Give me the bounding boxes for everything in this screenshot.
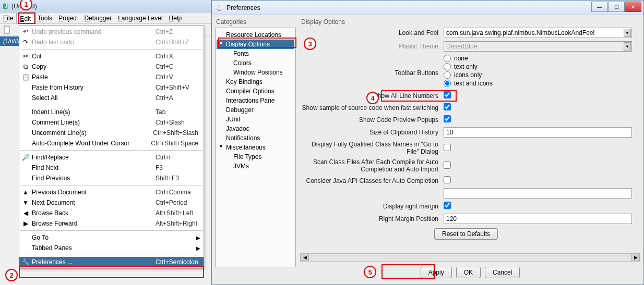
submenu-arrow-icon: ▶ — [196, 245, 200, 251]
label-show-popups: Show Code Preview Popups — [300, 116, 444, 123]
separator — [20, 150, 202, 151]
radio-text-only[interactable]: text only — [444, 63, 632, 70]
tree-colors[interactable]: Colors — [217, 58, 294, 68]
menu-goto[interactable]: Go To▶ — [19, 232, 204, 243]
consider-checkbox[interactable] — [444, 176, 451, 183]
toolbar-buttons-group: none text only icons only text and icons — [444, 55, 632, 88]
label-fqcn: Display Fully Qualified Class Names in "… — [300, 141, 444, 155]
new-file-icon[interactable] — [3, 26, 11, 34]
right-margin-checkbox[interactable] — [444, 202, 451, 209]
combo-caret-icon: ▼ — [624, 42, 631, 51]
menu-find[interactable]: 🔎Find/ReplaceCtrl+F — [19, 152, 204, 163]
svg-text:J: J — [4, 3, 7, 9]
chevron-up-icon: ▲ — [21, 188, 30, 196]
menu-prev-doc[interactable]: ▲Previous DocumentCtrl+Comma — [19, 187, 204, 197]
maximize-button[interactable]: ☐ — [608, 2, 625, 12]
reset-to-defaults-button[interactable]: Reset to Defaults — [434, 228, 498, 240]
tree-javadoc[interactable]: Javadoc — [217, 124, 294, 133]
menu-project[interactable]: Project — [55, 13, 81, 23]
label-right-margin: Display right margin — [300, 203, 444, 210]
menu-debugger[interactable]: Debugger — [81, 13, 115, 23]
redo-icon: ↷ — [21, 38, 30, 46]
label-consider: Consider Java API Classes for Auto Compl… — [300, 177, 444, 184]
tree-interactions-pane[interactable]: Interactions Pane — [217, 96, 294, 105]
categories-header: Categories — [215, 18, 296, 26]
scroll-right-icon[interactable]: ▶ — [631, 254, 640, 261]
close-button[interactable]: ✕ — [625, 2, 641, 12]
tree-notifications[interactable]: Notifications — [217, 133, 294, 143]
horizontal-scrollbar[interactable]: ◀ ▶ — [300, 253, 640, 262]
menu-autocomplete[interactable]: Auto-Complete Word Under CursorCtrl+Shif… — [19, 138, 204, 148]
menu-paste-history[interactable]: Paste from HistoryCtrl+Shift+V — [19, 82, 204, 93]
show-line-numbers-checkbox[interactable] — [444, 91, 451, 98]
menu-paste[interactable]: 📋PasteCtrl+V — [19, 72, 204, 82]
tree-key-bindings[interactable]: Key Bindings — [217, 77, 294, 86]
menu-copy[interactable]: ⧉CopyCtrl+C — [19, 61, 204, 72]
copy-icon: ⧉ — [21, 63, 30, 71]
menu-comment[interactable]: Comment Line(s)Ctrl+Slash — [19, 117, 204, 128]
menu-cut[interactable]: ✂CutCtrl+X — [19, 51, 204, 61]
tree-fonts[interactable]: Fonts — [217, 49, 294, 58]
combo-caret-icon[interactable]: ▼ — [624, 29, 631, 37]
tree-miscellaneous[interactable]: Miscellaneous — [217, 143, 294, 152]
callout-3: 3 — [304, 38, 316, 50]
consider-text-input[interactable] — [444, 188, 632, 199]
menu-undo[interactable]: ↶Undo previous commandCtrl+Z — [19, 27, 204, 37]
menu-file[interactable]: File — [0, 13, 16, 23]
menu-next-doc[interactable]: ▼Next DocumentCtrl+Period — [19, 197, 204, 208]
radio-icons-only[interactable]: icons only — [444, 71, 632, 79]
tree-resource-locations[interactable]: Resource Locations — [217, 30, 294, 40]
label-plastic-theme: Plastic Theme — [300, 43, 444, 50]
java-icon — [215, 4, 223, 12]
preferences-dialog: Preferences — ☐ ✕ Categories Resource Lo… — [211, 0, 644, 285]
label-scan: Scan Class Files After Each Compile for … — [300, 158, 444, 173]
chevron-down-icon: ▼ — [21, 199, 30, 207]
tree-file-types[interactable]: File Types — [217, 152, 294, 162]
clipboard-size-input[interactable] — [444, 127, 632, 138]
menu-tabbed-panes[interactable]: Tabbed Panes▶ — [19, 243, 204, 253]
tree-compiler-options[interactable]: Compiler Options — [217, 86, 294, 96]
tree-display-options[interactable]: Display Options — [217, 40, 294, 49]
label-show-sample: Show sample of source code when fast swi… — [300, 104, 444, 111]
menu-browse-back[interactable]: ◀Browse BackAlt+Shift+Left — [19, 208, 204, 218]
chevron-right-icon: ▶ — [21, 219, 30, 228]
tree-window-positions[interactable]: Window Positions — [217, 68, 294, 77]
separator — [20, 105, 202, 105]
fqcn-checkbox[interactable] — [444, 144, 451, 151]
scroll-left-icon[interactable]: ◀ — [301, 254, 309, 261]
menu-language-level[interactable]: Language Level — [115, 13, 165, 23]
menu-preferences[interactable]: 🔧Preferences ...Ctrl+Semicolon — [19, 257, 204, 267]
tree-junit[interactable]: JUnit — [217, 115, 294, 124]
radio-text-and-icons[interactable]: text and icons — [444, 80, 632, 87]
window-controls: — ☐ ✕ — [591, 2, 641, 12]
menu-find-next[interactable]: Find NextF3 — [19, 163, 204, 173]
apply-button[interactable]: Apply — [421, 267, 452, 278]
menu-uncomment[interactable]: Uncomment Line(s)Ctrl+Shift+Slash — [19, 128, 204, 138]
menu-select-all[interactable]: Select AllCtrl+A — [19, 93, 204, 103]
menu-find-previous[interactable]: Find PreviousShift+F3 — [19, 173, 204, 183]
label-look-and-feel: Look and Feel — [300, 29, 444, 36]
menu-help[interactable]: Help — [166, 13, 185, 23]
menu-redo[interactable]: ↷Redo last undoCtrl+Shift+Z — [19, 37, 204, 47]
categories-tree: Resource Locations Display Options Fonts… — [215, 28, 296, 267]
show-sample-checkbox[interactable] — [444, 103, 451, 110]
wrench-icon: 🔧 — [21, 258, 30, 266]
show-popups-checkbox[interactable] — [444, 115, 451, 122]
menu-browse-forward[interactable]: ▶Browse ForwardAlt+Shift+Right — [19, 218, 204, 229]
radio-none[interactable]: none — [444, 55, 632, 62]
ok-button[interactable]: OK — [456, 267, 481, 278]
look-and-feel-combo[interactable] — [444, 28, 632, 38]
tree-jvms[interactable]: JVMs — [217, 162, 294, 171]
chevron-left-icon: ◀ — [21, 209, 30, 217]
right-margin-pos-input[interactable] — [444, 214, 632, 224]
scan-checkbox[interactable] — [444, 162, 451, 169]
menu-tools[interactable]: Tools — [34, 13, 55, 23]
cancel-button[interactable]: Cancel — [485, 267, 520, 278]
minimize-button[interactable]: — — [591, 2, 608, 12]
tree-debugger[interactable]: Debugger — [217, 105, 294, 115]
submenu-arrow-icon: ▶ — [196, 235, 200, 241]
options-panel: Display Options Look and Feel ▼ Plastic … — [300, 18, 640, 281]
menu-edit[interactable]: Edit — [16, 13, 34, 23]
menu-indent[interactable]: Indent Line(s)Tab — [19, 107, 204, 117]
edit-dropdown: ↶Undo previous commandCtrl+Z ↷Redo last … — [19, 25, 204, 269]
